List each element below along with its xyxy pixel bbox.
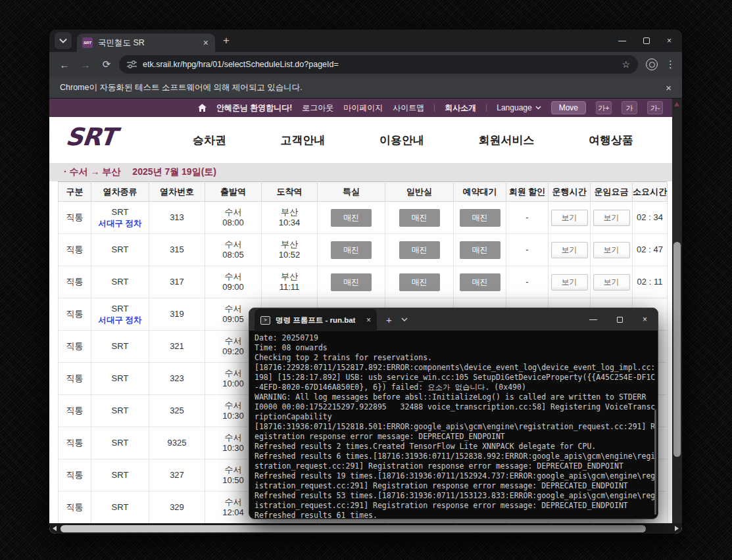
scroll-up-arrow-icon[interactable] xyxy=(674,102,679,106)
language-dropdown[interactable]: Language xyxy=(497,103,541,112)
sitemap-link[interactable]: 사이트맵 xyxy=(393,103,424,114)
profile-avatar-icon[interactable] xyxy=(646,58,658,70)
chevron-down-icon xyxy=(59,38,67,43)
operation-time-cell: 보기 xyxy=(549,266,591,298)
horizontal-scroll-thumb[interactable] xyxy=(61,525,646,532)
train-number-cell: 327 xyxy=(149,459,205,492)
window-maximize-button[interactable] xyxy=(643,37,650,44)
logout-link[interactable]: 로그아웃 xyxy=(302,103,333,114)
train-category-cell: 직통 xyxy=(59,427,91,459)
new-tab-button[interactable]: + xyxy=(223,34,230,47)
reload-button[interactable]: ⟳ xyxy=(98,58,115,70)
terminal-tab[interactable]: > 명령 프롬프트 - run.bat × xyxy=(255,309,377,331)
forward-button[interactable]: → xyxy=(77,59,94,70)
terminal-line: Checking top 2 trains for reservations. xyxy=(255,353,658,363)
terminal-line: stration_request.cc:291] Registration re… xyxy=(255,461,658,471)
train-category-cell: 직통 xyxy=(59,395,91,427)
terminal-new-tab-button[interactable]: + xyxy=(386,314,392,325)
site-settings-icon[interactable] xyxy=(127,60,137,68)
tab-close-icon[interactable]: × xyxy=(202,37,210,48)
terminal-line: istration_request.cc:291] Registration r… xyxy=(255,481,658,491)
train-number-cell: 329 xyxy=(149,492,205,524)
nav-item-4[interactable]: 여행상품 xyxy=(589,133,633,148)
horizontal-scrollbar[interactable] xyxy=(49,523,682,534)
nav-item-2[interactable]: 이용안내 xyxy=(379,133,424,148)
arrival-cell: 부산10:34 xyxy=(262,202,318,234)
stop-note: 서대구 정차 xyxy=(91,315,149,325)
train-number-cell: 321 xyxy=(149,331,205,363)
browser-menu-icon[interactable]: ⋮ xyxy=(666,58,675,70)
infobar-close-icon[interactable]: × xyxy=(666,82,671,93)
divider xyxy=(434,105,435,112)
address-bar[interactable]: etk.srail.kr/hpg/hra/01/selectScheduleLi… xyxy=(119,55,638,74)
special-seat-cell: 매진 xyxy=(318,202,385,234)
nav-item-1[interactable]: 고객안내 xyxy=(281,133,326,148)
train-category-cell: 직통 xyxy=(59,298,91,331)
terminal-tab-dropdown-icon[interactable] xyxy=(401,317,408,321)
view-operation-button[interactable]: 보기 xyxy=(551,242,588,258)
terminal-output[interactable]: Date: 20250719Time: 08 onwardsChecking t… xyxy=(249,331,658,519)
terminal-close-button[interactable]: × xyxy=(643,315,647,324)
special-seat-cell: 매진 xyxy=(318,266,385,298)
divider xyxy=(486,105,487,112)
general-seat-cell: 매진 xyxy=(385,202,454,234)
soldout-button[interactable]: 매진 xyxy=(460,209,500,227)
column-header: 운임요금 xyxy=(591,182,633,202)
bookmark-star-icon[interactable]: ☆ xyxy=(622,59,630,70)
window-close-button[interactable]: × xyxy=(667,36,671,45)
terminal-line: istration_request.cc:291] Registration r… xyxy=(255,501,658,511)
cmd-icon: > xyxy=(260,316,270,325)
soldout-button[interactable]: 매진 xyxy=(460,273,500,291)
nav-item-0[interactable]: 승차권 xyxy=(193,133,226,148)
terminal-minimize-button[interactable]: — xyxy=(589,315,597,324)
srt-logo[interactable]: SRT xyxy=(64,123,117,151)
operation-time-cell: 보기 xyxy=(549,202,591,234)
soldout-button[interactable]: 매진 xyxy=(460,241,500,259)
font-reset-button[interactable]: 가 xyxy=(622,101,637,114)
terminal-window-controls: — × xyxy=(589,315,658,324)
soldout-button[interactable]: 매진 xyxy=(331,209,372,227)
member-discount-cell: - xyxy=(506,266,549,298)
tab-search-button[interactable] xyxy=(55,32,72,49)
mypage-link[interactable]: 마이페이지 xyxy=(343,103,383,114)
home-icon[interactable] xyxy=(198,104,207,112)
view-fare-button[interactable]: 보기 xyxy=(593,210,630,226)
move-button[interactable]: Move xyxy=(551,101,586,114)
company-info-link[interactable]: 회사소개 xyxy=(445,103,476,114)
train-category-cell: 직통 xyxy=(59,266,91,298)
font-increase-button[interactable]: 가+ xyxy=(596,101,612,114)
column-header: 열차번호 xyxy=(149,182,205,202)
scroll-left-arrow-icon[interactable] xyxy=(53,526,57,531)
vertical-scrollbar[interactable] xyxy=(672,99,682,523)
terminal-tab-close-icon[interactable]: × xyxy=(366,315,371,325)
window-minimize-button[interactable]: — xyxy=(618,36,626,45)
nav-item-3[interactable]: 회원서비스 xyxy=(479,133,535,148)
scroll-right-arrow-icon[interactable] xyxy=(675,526,679,531)
back-button[interactable]: ← xyxy=(56,59,73,70)
terminal-maximize-button[interactable] xyxy=(617,317,623,323)
member-discount-cell: - xyxy=(506,202,549,234)
fare-cell: 보기 xyxy=(591,202,633,234)
column-header: 예약대기 xyxy=(454,182,506,202)
column-header: 소요시간 xyxy=(633,182,668,202)
chevron-down-icon xyxy=(535,106,541,110)
soldout-button[interactable]: 매진 xyxy=(331,241,372,259)
vertical-scroll-thumb[interactable] xyxy=(673,242,681,457)
train-number-cell: 317 xyxy=(149,266,205,298)
terminal-line: Time: 08 onwards xyxy=(255,343,658,353)
column-header: 출발역 xyxy=(205,182,262,202)
soldout-button[interactable]: 매진 xyxy=(399,273,440,291)
browser-tab[interactable]: SRT 국민철도 SR × xyxy=(77,34,215,52)
url-text[interactable]: etk.srail.kr/hpg/hra/01/selectScheduleLi… xyxy=(143,60,616,69)
terminal-scroll-thumb[interactable] xyxy=(654,409,656,515)
view-operation-button[interactable]: 보기 xyxy=(551,210,588,226)
soldout-button[interactable]: 매진 xyxy=(399,241,440,259)
view-fare-button[interactable]: 보기 xyxy=(593,242,630,258)
table-row: 직통SRT서대구 정차313수서08:00부산10:34매진매진매진-보기보기0… xyxy=(59,202,668,234)
column-header: 운행시간 xyxy=(549,182,591,202)
view-operation-button[interactable]: 보기 xyxy=(551,274,588,291)
font-decrease-button[interactable]: 가- xyxy=(647,101,663,114)
soldout-button[interactable]: 매진 xyxy=(399,209,440,227)
soldout-button[interactable]: 매진 xyxy=(331,273,372,291)
view-fare-button[interactable]: 보기 xyxy=(593,274,630,291)
